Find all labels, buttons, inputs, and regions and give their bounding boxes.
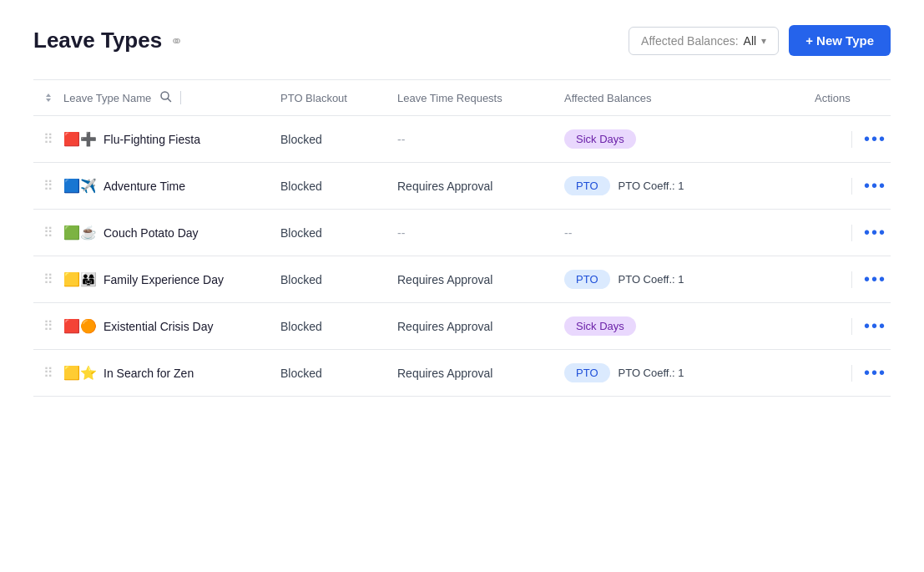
row-label: Family Experience Day	[104, 273, 224, 286]
drag-handle[interactable]: ⠿	[33, 365, 63, 381]
row-name-cell: 🟨👨‍👩‍👧 Family Experience Day	[63, 271, 280, 287]
row-name-cell: 🟩☕ Couch Potato Day	[63, 225, 280, 240]
more-actions-button[interactable]: •••	[861, 315, 890, 337]
page-header: Leave Types ⚭ Affected Balances: All ▾ +…	[33, 25, 891, 56]
more-actions-button[interactable]: •••	[861, 128, 890, 150]
row-blackout: Blocked	[280, 367, 397, 380]
row-label: Couch Potato Day	[104, 226, 199, 240]
row-label: In Search for Zen	[104, 367, 194, 380]
row-requests: Requires Approval	[397, 273, 564, 286]
row-icons: 🟩☕	[63, 225, 97, 240]
more-actions-button[interactable]: •••	[861, 268, 890, 291]
row-actions: •••	[815, 362, 898, 384]
sick-days-badge: Sick Days	[564, 316, 636, 336]
header-divider	[180, 91, 181, 104]
search-button[interactable]	[158, 89, 174, 107]
sort-icon[interactable]	[33, 92, 63, 104]
row-actions: •••	[815, 315, 898, 337]
row-name-cell: 🟥🟠 Existential Crisis Day	[63, 318, 280, 334]
row-label: Adventure Time	[104, 180, 185, 193]
column-name-header: Leave Type Name	[63, 89, 280, 107]
row-icons: 🟥➕	[63, 131, 97, 147]
drag-handle[interactable]: ⠿	[33, 225, 63, 240]
row-requests: Requires Approval	[397, 367, 564, 380]
action-divider	[851, 131, 852, 148]
link-icon[interactable]: ⚭	[170, 32, 183, 50]
pto-badge: PTO	[564, 270, 610, 289]
filter-label: Affected Balances:	[641, 34, 738, 48]
drag-handle[interactable]: ⠿	[33, 271, 63, 287]
row-name-cell: 🟦✈️ Adventure Time	[63, 178, 280, 194]
table-header-row: Leave Type Name PTO Blackout Leave Time …	[33, 80, 891, 116]
row-balances: PTO PTO Coeff.: 1	[564, 363, 815, 382]
pto-badge: PTO	[564, 363, 610, 382]
page-container: Leave Types ⚭ Affected Balances: All ▾ +…	[0, 0, 924, 422]
drag-handle[interactable]: ⠿	[33, 178, 63, 194]
leave-type-name-label: Leave Type Name	[63, 92, 151, 104]
pto-blackout-label: PTO Blackout	[280, 92, 397, 104]
row-balances: PTO PTO Coeff.: 1	[564, 176, 815, 195]
header-right: Affected Balances: All ▾ + New Type	[629, 25, 891, 56]
row-actions: •••	[815, 221, 898, 244]
action-divider	[851, 318, 852, 335]
action-divider	[851, 365, 852, 382]
row-label: Flu-Fighting Fiesta	[104, 133, 200, 146]
row-blackout: Blocked	[280, 180, 397, 193]
row-actions: •••	[815, 128, 898, 150]
coeff-text: PTO Coeff.: 1	[619, 273, 684, 286]
action-divider	[851, 178, 852, 195]
coeff-text: PTO Coeff.: 1	[619, 367, 684, 379]
leave-types-table: Leave Type Name PTO Blackout Leave Time …	[33, 79, 891, 397]
page-title: Leave Types	[33, 28, 162, 53]
table-row: ⠿ 🟨👨‍👩‍👧 Family Experience Day Blocked R…	[33, 256, 891, 303]
action-divider	[851, 271, 852, 288]
row-blackout: Blocked	[280, 133, 397, 146]
more-actions-button[interactable]: •••	[861, 362, 890, 384]
header-left: Leave Types ⚭	[33, 28, 183, 53]
action-divider	[851, 225, 852, 241]
row-icons: 🟨👨‍👩‍👧	[63, 271, 97, 287]
svg-line-1	[168, 99, 171, 102]
new-type-button[interactable]: + New Type	[789, 25, 891, 56]
actions-label: Actions	[815, 92, 898, 104]
filter-value: All	[744, 34, 757, 48]
row-balances: PTO PTO Coeff.: 1	[564, 270, 815, 289]
row-requests: --	[397, 226, 564, 240]
row-name-cell: 🟥➕ Flu-Fighting Fiesta	[63, 131, 280, 147]
row-balances: Sick Days	[564, 316, 815, 336]
row-blackout: Blocked	[280, 273, 397, 286]
table-row: ⠿ 🟦✈️ Adventure Time Blocked Requires Ap…	[33, 163, 891, 210]
more-actions-button[interactable]: •••	[861, 175, 890, 197]
row-balances: --	[564, 226, 815, 240]
row-blackout: Blocked	[280, 320, 397, 333]
row-icons: 🟨⭐	[63, 365, 97, 381]
balance-dash: --	[564, 226, 572, 240]
row-requests: --	[397, 133, 564, 146]
table-row: ⠿ 🟨⭐ In Search for Zen Blocked Requires …	[33, 350, 891, 397]
row-requests: Requires Approval	[397, 180, 564, 193]
row-label: Existential Crisis Day	[104, 320, 213, 333]
row-name-cell: 🟨⭐ In Search for Zen	[63, 365, 280, 381]
row-icons: 🟦✈️	[63, 178, 97, 194]
row-requests: Requires Approval	[397, 320, 564, 333]
more-actions-button[interactable]: •••	[861, 221, 890, 244]
drag-handle[interactable]: ⠿	[33, 131, 63, 147]
sick-days-badge: Sick Days	[564, 129, 636, 149]
row-actions: •••	[815, 175, 898, 197]
row-actions: •••	[815, 268, 898, 291]
affected-balances-label: Affected Balances	[564, 92, 815, 104]
chevron-down-icon: ▾	[761, 35, 766, 47]
leave-time-requests-label: Leave Time Requests	[397, 92, 564, 104]
coeff-text: PTO Coeff.: 1	[619, 180, 684, 192]
table-row: ⠿ 🟩☕ Couch Potato Day Blocked -- -- •••	[33, 210, 891, 256]
row-blackout: Blocked	[280, 226, 397, 240]
table-row: ⠿ 🟥➕ Flu-Fighting Fiesta Blocked -- Sick…	[33, 116, 891, 163]
row-balances: Sick Days	[564, 129, 815, 149]
affected-balances-filter[interactable]: Affected Balances: All ▾	[629, 27, 779, 55]
pto-badge: PTO	[564, 176, 610, 195]
drag-handle[interactable]: ⠿	[33, 318, 63, 334]
table-row: ⠿ 🟥🟠 Existential Crisis Day Blocked Requ…	[33, 303, 891, 350]
row-icons: 🟥🟠	[63, 318, 97, 334]
